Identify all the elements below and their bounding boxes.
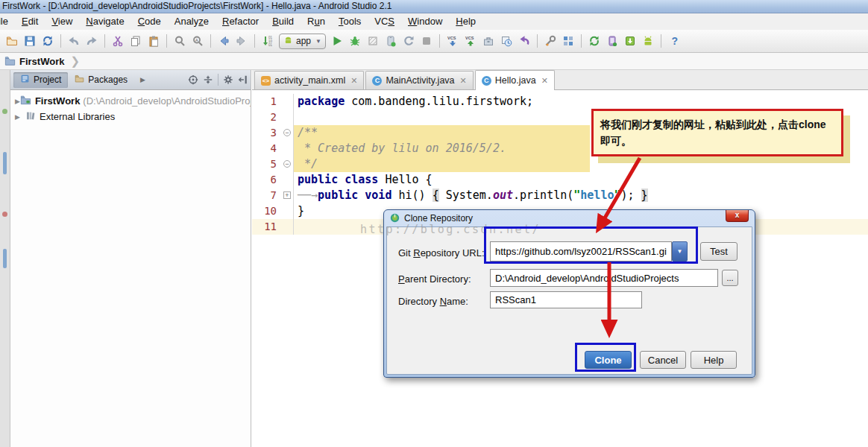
tree-row-external-libraries[interactable]: ▶External Libraries xyxy=(10,109,251,124)
git-url-label: Git Repository URL: xyxy=(398,247,485,259)
menu-item-view[interactable]: View xyxy=(45,13,79,30)
editor-tab-hello-java[interactable]: CHello.java✕ xyxy=(475,70,555,90)
breadcrumb-project[interactable]: FirstWork xyxy=(19,56,64,67)
menu-item-run[interactable]: Run xyxy=(301,13,332,30)
vcs-commit-icon[interactable]: VCS xyxy=(462,33,479,49)
editor-tab-activity_main-xml[interactable]: <>activity_main.xml✕ xyxy=(254,71,364,89)
url-highlight-rectangle xyxy=(484,226,698,264)
code-text: package com.bandeng.lilu.firstwork; xyxy=(294,94,868,110)
cancel-button[interactable]: Cancel xyxy=(640,351,686,369)
open-folder-icon[interactable] xyxy=(4,33,20,49)
rollback-icon[interactable] xyxy=(516,33,532,49)
menu-item-window[interactable]: Window xyxy=(401,13,449,30)
class-file-icon: C xyxy=(482,76,491,86)
close-tab-icon[interactable]: ✕ xyxy=(350,76,357,86)
project-panel-tab-label: Project xyxy=(34,74,61,85)
annotation-callout: 将我们刚才复制的网址，粘贴到此处，点击clone即可。 xyxy=(591,109,843,156)
sdk-manager-icon[interactable] xyxy=(604,33,620,49)
parent-directory-input[interactable] xyxy=(490,269,718,287)
stop-icon[interactable] xyxy=(418,33,435,49)
shelve-icon[interactable] xyxy=(480,33,497,49)
strip-marker xyxy=(3,152,7,174)
tree-item-path: (D:\Android_develop\AndroidStudioProject… xyxy=(83,95,251,107)
avd-manager-icon[interactable] xyxy=(622,33,638,49)
menu-item-build[interactable]: Build xyxy=(265,13,301,30)
android-device-icon[interactable] xyxy=(640,33,656,49)
fold-expand-icon[interactable]: + xyxy=(283,191,291,199)
settings-icon[interactable] xyxy=(542,33,559,49)
test-button[interactable]: Test xyxy=(700,242,738,261)
code-line[interactable]: 5− */ xyxy=(252,156,868,172)
back-icon[interactable] xyxy=(216,33,232,49)
rerun-icon[interactable] xyxy=(400,33,417,49)
sync-icon[interactable] xyxy=(40,33,56,49)
replace-icon[interactable]: A xyxy=(189,33,206,49)
vcs-update-icon[interactable]: VCS xyxy=(444,33,461,49)
cut-icon[interactable] xyxy=(110,33,126,49)
run-icon[interactable] xyxy=(329,33,345,49)
menu-item-navigate[interactable]: Navigate xyxy=(79,13,130,30)
strip-marker xyxy=(2,109,7,114)
debug-icon[interactable] xyxy=(347,33,363,49)
collapse-all-icon[interactable] xyxy=(201,72,216,87)
toolbar-separator xyxy=(537,34,538,48)
history-icon[interactable] xyxy=(498,33,515,49)
menu-item-vcs[interactable]: VCS xyxy=(368,13,401,30)
fold-collapse-icon[interactable]: − xyxy=(283,129,291,136)
directory-name-input[interactable] xyxy=(490,291,642,308)
dialog-close-button[interactable]: x xyxy=(726,210,749,222)
save-icon[interactable] xyxy=(22,33,38,49)
fold-collapse-icon[interactable]: − xyxy=(283,160,291,168)
menu-item-file[interactable]: File xyxy=(0,13,15,30)
menu-item-edit[interactable]: Edit xyxy=(15,13,45,30)
line-number: 4 xyxy=(252,141,294,156)
toolbar-separator xyxy=(218,74,218,86)
find-icon[interactable] xyxy=(172,33,188,49)
hide-panel-icon[interactable] xyxy=(236,72,251,87)
locate-icon[interactable] xyxy=(186,72,201,87)
menu-bar: FileEditViewNavigateCodeAnalyzeRefactorB… xyxy=(0,13,868,30)
project-panel-tab-packages[interactable]: Packages xyxy=(68,72,134,88)
code-line[interactable]: 6public class Hello { xyxy=(252,172,868,188)
line-number: 10 xyxy=(252,203,294,219)
coverage-icon[interactable] xyxy=(365,33,381,49)
editor-tab-bar: <>activity_main.xml✕CMainActivity.java✕C… xyxy=(252,70,868,90)
android-app-icon xyxy=(283,35,296,47)
menu-item-help[interactable]: Help xyxy=(449,13,482,30)
menu-item-code[interactable]: Code xyxy=(131,13,168,30)
close-tab-icon[interactable]: ✕ xyxy=(460,76,467,86)
tree-row-firstwork[interactable]: ▶FirstWork(D:\Android_develop\AndroidStu… xyxy=(10,93,251,109)
tool-window-bar[interactable] xyxy=(0,70,10,447)
menu-item-refactor[interactable]: Refactor xyxy=(216,13,265,30)
close-tab-icon[interactable]: ✕ xyxy=(541,76,548,86)
redo-icon[interactable] xyxy=(84,33,100,49)
attach-debugger-icon[interactable] xyxy=(383,33,399,49)
toolbar-separator xyxy=(439,34,440,48)
undo-icon[interactable] xyxy=(66,33,82,49)
editor-tab-mainactivity-java[interactable]: CMainActivity.java✕ xyxy=(365,71,473,89)
code-line[interactable]: 7+──→public void hi() { System.out.print… xyxy=(252,188,868,203)
help-button[interactable]: Help xyxy=(691,351,737,369)
android-studio-icon xyxy=(390,213,400,223)
menu-item-analyze[interactable]: Analyze xyxy=(168,13,216,30)
code-line[interactable]: 1package com.bandeng.lilu.firstwork; xyxy=(252,94,868,110)
chevron-right-icon[interactable]: ▶ xyxy=(15,98,20,105)
svg-text:?: ? xyxy=(671,35,678,47)
gradle-sync-icon[interactable] xyxy=(586,33,603,49)
copy-icon[interactable] xyxy=(128,33,144,49)
forward-icon[interactable] xyxy=(233,33,250,49)
menu-item-tools[interactable]: Tools xyxy=(332,13,368,30)
chevron-right-icon[interactable]: ▶ xyxy=(15,113,25,121)
browse-button[interactable]: ... xyxy=(722,270,738,286)
line-ordering-icon[interactable]: 011001 xyxy=(260,33,276,49)
run-configuration-selector[interactable]: app▼ xyxy=(279,34,326,49)
help-icon[interactable]: ? xyxy=(666,33,682,49)
callout-text: 将我们刚才复制的网址，粘贴到此处，点击clone即可。 xyxy=(600,118,826,147)
project-panel-tab-project[interactable]: Project xyxy=(13,72,68,88)
dialog-title-bar[interactable]: Clone Repository xyxy=(384,210,755,226)
project-structure-icon[interactable] xyxy=(560,33,576,49)
packages-icon xyxy=(75,74,88,86)
gear-icon[interactable] xyxy=(221,72,236,87)
paste-icon[interactable] xyxy=(145,33,162,49)
expand-arrow-icon[interactable]: ▶ xyxy=(140,76,145,83)
